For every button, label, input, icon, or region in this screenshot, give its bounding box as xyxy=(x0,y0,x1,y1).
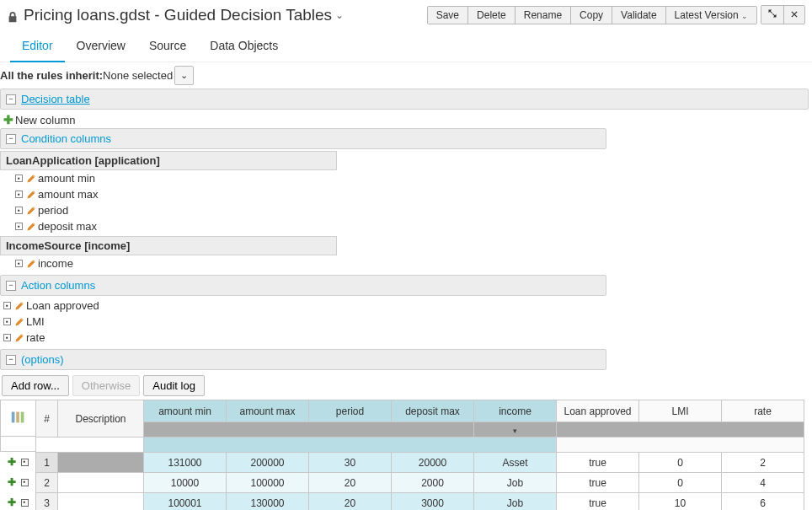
grid-group-actions[interactable] xyxy=(557,422,804,438)
panel-action-columns[interactable]: − Action columns xyxy=(0,275,606,296)
inherit-value: None selected xyxy=(103,69,173,82)
expand-icon[interactable]: ▪ xyxy=(15,223,23,230)
panel-condition-columns[interactable]: − Condition columns xyxy=(0,128,606,149)
expand-icon[interactable]: ▪ xyxy=(15,207,23,214)
collapse-icon[interactable]: − xyxy=(6,355,16,365)
otherwise-button: Otherwise xyxy=(72,375,141,396)
expand-icon[interactable]: ▪ xyxy=(3,302,11,309)
field-label: income xyxy=(38,257,73,270)
collapse-icon[interactable]: − xyxy=(6,94,16,105)
action-label: LMI xyxy=(26,315,45,328)
field-deposit-max: ▪ deposit max xyxy=(0,218,812,234)
chevron-down-icon: ▾ xyxy=(513,427,517,435)
svg-rect-2 xyxy=(20,411,24,422)
action-loan-approved: ▪ Loan approved xyxy=(0,298,812,314)
pencil-icon[interactable] xyxy=(14,333,24,343)
action-rate: ▪ rate xyxy=(0,330,812,346)
expand-icon[interactable]: ▪ xyxy=(3,334,11,341)
title-dropdown-icon[interactable]: ⌄ xyxy=(335,9,344,21)
panel-decision-table[interactable]: − Decision table xyxy=(0,89,809,110)
field-period: ▪ period xyxy=(0,202,812,218)
pencil-icon[interactable] xyxy=(26,206,36,216)
field-label: amount max xyxy=(38,188,99,201)
inherit-label: All the rules inherit: xyxy=(0,69,103,82)
pencil-icon[interactable] xyxy=(14,301,24,311)
expand-icon[interactable]: ▪ xyxy=(15,191,23,198)
lock-icon xyxy=(7,11,19,23)
action-lmi: ▪ LMI xyxy=(0,314,812,330)
panel-options[interactable]: − (options) xyxy=(0,349,606,370)
expand-button[interactable] xyxy=(761,6,783,24)
grid-group-loanapp[interactable] xyxy=(144,422,474,438)
table-row[interactable]: 3 100001 130000 20 3000 Job true 10 6 xyxy=(36,493,804,511)
table-row[interactable]: 1 131000 200000 30 20000 Asset true 0 2 xyxy=(36,453,804,473)
expand-icon[interactable]: ▪ xyxy=(3,318,11,325)
save-button[interactable]: Save xyxy=(428,7,467,24)
row-remove-icon[interactable]: ▪ xyxy=(21,459,29,466)
grid-header-num[interactable]: # xyxy=(36,400,58,438)
condition-columns-link[interactable]: Condition columns xyxy=(21,132,111,145)
inherit-dropdown[interactable]: ⌄ xyxy=(174,66,194,85)
copy-button[interactable]: Copy xyxy=(570,7,612,24)
field-label: period xyxy=(38,204,68,217)
grid-group-income[interactable]: ▾ xyxy=(474,422,557,438)
row-remove-icon[interactable]: ▪ xyxy=(21,499,29,507)
svg-rect-0 xyxy=(11,411,14,422)
action-label: Loan approved xyxy=(26,299,99,312)
new-column-link[interactable]: New column xyxy=(15,114,76,126)
delete-button[interactable]: Delete xyxy=(467,7,515,24)
field-label: deposit max xyxy=(38,220,97,233)
decision-grid[interactable]: # Description amount min amount max peri… xyxy=(35,400,804,510)
tab-overview[interactable]: Overview xyxy=(65,30,137,62)
options-link[interactable]: (options) xyxy=(21,353,64,366)
fact-income-source: IncomeSource [income] xyxy=(0,236,337,255)
row-add-icon[interactable]: ✚ xyxy=(8,497,16,508)
field-income: ▪ income xyxy=(0,255,812,271)
expand-icon[interactable]: ▪ xyxy=(15,260,23,267)
collapse-icon[interactable]: − xyxy=(6,134,16,144)
chevron-down-icon: ⌄ xyxy=(741,12,748,20)
validate-button[interactable]: Validate xyxy=(612,7,665,24)
grid-header-desc[interactable]: Description xyxy=(58,400,144,438)
page-title: Pricing loans.gdst - Guided Decision Tab… xyxy=(24,6,332,24)
grid-header-lmi[interactable]: LMI xyxy=(639,400,722,422)
pencil-icon[interactable] xyxy=(26,174,36,184)
grid-header-amount-min[interactable]: amount min xyxy=(144,400,227,422)
field-amount-min: ▪ amount min xyxy=(0,170,812,186)
row-add-icon[interactable]: ✚ xyxy=(8,476,16,488)
fact-loan-application: LoanApplication [application] xyxy=(0,151,337,170)
row-add-icon[interactable]: ✚ xyxy=(8,456,16,468)
svg-rect-1 xyxy=(16,411,19,422)
grid-header-deposit-max[interactable]: deposit max xyxy=(392,400,474,422)
version-dropdown[interactable]: Latest Version ⌄ xyxy=(665,7,756,24)
rename-button[interactable]: Rename xyxy=(515,7,570,24)
action-label: rate xyxy=(26,331,45,344)
grid-header-income[interactable]: income xyxy=(474,400,557,422)
tab-editor[interactable]: Editor xyxy=(10,30,65,62)
audit-log-button[interactable]: Audit log xyxy=(143,375,205,396)
table-row[interactable]: 2 10000 100000 20 2000 Job true 0 4 xyxy=(36,473,804,493)
grid-header-loan-approved[interactable]: Loan approved xyxy=(557,400,639,422)
analyze-icon[interactable] xyxy=(9,408,28,429)
pencil-icon[interactable] xyxy=(26,222,36,232)
grid-header-amount-max[interactable]: amount max xyxy=(227,400,309,422)
field-label: amount min xyxy=(38,172,95,185)
grid-header-rate[interactable]: rate xyxy=(722,400,804,422)
field-amount-max: ▪ amount max xyxy=(0,186,812,202)
add-row-button[interactable]: Add row... xyxy=(2,375,69,396)
row-remove-icon[interactable]: ▪ xyxy=(21,479,29,486)
tab-data-objects[interactable]: Data Objects xyxy=(198,30,290,62)
action-columns-link[interactable]: Action columns xyxy=(21,279,95,292)
tab-source[interactable]: Source xyxy=(137,30,198,62)
decision-table-link[interactable]: Decision table xyxy=(21,93,90,105)
collapse-icon[interactable]: − xyxy=(6,281,16,291)
pencil-icon[interactable] xyxy=(14,317,24,327)
plus-icon[interactable]: ✚ xyxy=(3,113,13,126)
pencil-icon[interactable] xyxy=(26,190,36,200)
expand-icon[interactable]: ▪ xyxy=(15,174,23,182)
pencil-icon[interactable] xyxy=(26,259,36,269)
close-button[interactable] xyxy=(783,6,804,24)
grid-header-period[interactable]: period xyxy=(309,400,392,422)
